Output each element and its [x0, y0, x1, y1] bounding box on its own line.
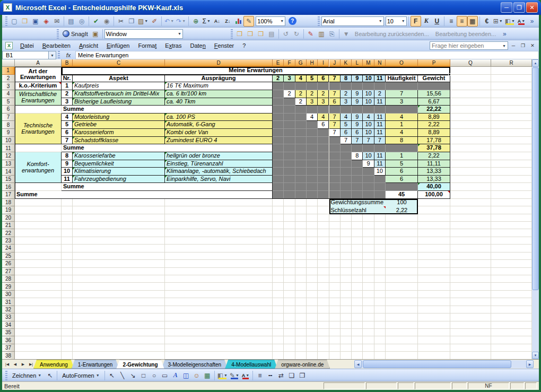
scroll-left-icon[interactable]: ◀: [354, 360, 362, 368]
col-header-B[interactable]: B: [62, 59, 73, 67]
cell-B16[interactable]: Summe: [62, 183, 273, 191]
row-header-35[interactable]: 35: [2, 329, 15, 336]
cell-D2[interactable]: Ausprägung: [165, 75, 273, 83]
cell-I4[interactable]: 2: [318, 90, 329, 98]
cell-D13[interactable]: Einstieg, Türenanzahl: [165, 160, 273, 168]
row-header-38[interactable]: 38: [2, 352, 15, 359]
sheet-tab-2-gewichtung[interactable]: 2-Gewichtung: [116, 360, 164, 369]
cell-H4[interactable]: 2: [307, 90, 318, 98]
select-arrow-icon[interactable]: ↖: [107, 370, 117, 381]
cell-A12[interactable]: Komfort-erwartungen: [15, 152, 62, 184]
cell-K4[interactable]: 2: [341, 90, 352, 98]
end-edit-button[interactable]: Bearbeitung beenden...: [432, 31, 499, 37]
col-header-E[interactable]: E: [273, 59, 284, 67]
horizontal-scroll-thumb[interactable]: [363, 360, 511, 368]
cell-E6[interactable]: [273, 106, 284, 114]
cell-J7[interactable]: 7: [329, 114, 341, 121]
cell-P6[interactable]: 22,22: [418, 106, 450, 114]
cell-G2[interactable]: 4: [295, 75, 307, 83]
cell-G14[interactable]: [295, 168, 307, 176]
cell-F7[interactable]: [284, 114, 295, 121]
menu-item-?[interactable]: ?: [238, 41, 250, 50]
row-header-12[interactable]: 12: [2, 152, 15, 160]
picture-icon[interactable]: ▦: [202, 370, 213, 381]
redo-review-icon[interactable]: ↻: [291, 29, 302, 39]
cell-H8[interactable]: [307, 121, 318, 129]
cell-E5[interactable]: [273, 98, 284, 106]
cell-J14[interactable]: [329, 168, 341, 176]
merge-center-icon[interactable]: ▦: [467, 16, 478, 27]
cell-H14[interactable]: [307, 168, 318, 176]
cell-L2[interactable]: 9: [352, 75, 363, 83]
cell-J19[interactable]: Schlüsselzahl: [329, 206, 386, 214]
cell-H9[interactable]: [307, 129, 318, 137]
cell-F5[interactable]: [284, 98, 295, 106]
cell-O18[interactable]: 100: [386, 199, 418, 206]
underline-icon[interactable]: U: [432, 16, 442, 27]
cell-J9[interactable]: 7: [329, 129, 341, 137]
cell-F4[interactable]: 2: [284, 90, 295, 98]
folder-save-icon[interactable]: ❒: [245, 29, 256, 39]
cell-E8[interactable]: [273, 121, 284, 129]
row-header-21[interactable]: 21: [2, 222, 15, 229]
cell-K16[interactable]: [341, 183, 352, 191]
cell-L8[interactable]: 9: [352, 121, 363, 129]
cell-C3[interactable]: Kaufpreis: [73, 82, 165, 90]
cell-P8[interactable]: 2,22: [418, 121, 450, 129]
row-header-9[interactable]: 9: [2, 129, 15, 137]
cell-N9[interactable]: 11: [374, 129, 386, 137]
diagram-icon[interactable]: ◫: [181, 370, 191, 381]
autoformen-menu[interactable]: AutoFormen▼: [59, 372, 102, 379]
cell-B15[interactable]: 11: [62, 176, 73, 184]
toolbar-options-icon[interactable]: »: [499, 29, 510, 39]
menu-item-ansicht[interactable]: Ansicht: [75, 41, 102, 50]
cell-J6[interactable]: [329, 106, 341, 114]
cell-O6[interactable]: [386, 106, 418, 114]
cell-P17[interactable]: 100,00: [418, 191, 450, 199]
cell-M16[interactable]: [363, 183, 374, 191]
toolbar-options-icon[interactable]: »: [527, 16, 537, 27]
cell-F9[interactable]: [284, 129, 295, 137]
cell-D7[interactable]: ca. 100 PS: [165, 114, 273, 121]
mail-icon[interactable]: ✉: [51, 16, 62, 27]
cell-N17[interactable]: [374, 191, 386, 199]
cell-N12[interactable]: 11: [374, 152, 386, 160]
scroll-right-icon[interactable]: ▶: [526, 360, 534, 368]
cell-M8[interactable]: 10: [363, 121, 374, 129]
cell-E7[interactable]: [273, 114, 284, 121]
cell-I10[interactable]: [318, 137, 329, 145]
cell-O5[interactable]: 3: [386, 98, 418, 106]
cell-N11[interactable]: [374, 144, 386, 152]
cell-O12[interactable]: 1: [386, 152, 418, 160]
toolbar-grip[interactable]: [5, 16, 7, 26]
formula-input[interactable]: Meine Erwartungen: [75, 51, 539, 59]
font-color-icon[interactable]: A▼: [516, 16, 527, 27]
cell-G13[interactable]: [295, 160, 307, 168]
cell-I8[interactable]: 6: [318, 121, 329, 129]
cell-E14[interactable]: [273, 168, 284, 176]
col-header-I[interactable]: I: [318, 59, 329, 67]
cell-M9[interactable]: 10: [363, 129, 374, 137]
col-header-G[interactable]: G: [295, 59, 307, 67]
paste-icon[interactable]: ▨▼: [137, 16, 149, 27]
cell-I11[interactable]: [318, 144, 329, 152]
row-header-7[interactable]: 7: [2, 114, 15, 121]
cell-N14[interactable]: 10: [374, 168, 386, 176]
cell-L9[interactable]: 6: [352, 129, 363, 137]
cell-K3[interactable]: [341, 82, 352, 90]
question-input[interactable]: Frage hier eingeben▼: [430, 41, 508, 50]
cell-I16[interactable]: [318, 183, 329, 191]
cell-L16[interactable]: [352, 183, 363, 191]
row-header-28[interactable]: 28: [2, 275, 15, 283]
cell-G17[interactable]: [295, 191, 307, 199]
cell-M5[interactable]: 10: [363, 98, 374, 106]
cell-E13[interactable]: [273, 160, 284, 168]
arrow-icon[interactable]: ↘: [128, 370, 138, 381]
col-header-J[interactable]: J: [329, 59, 341, 67]
col-header-M[interactable]: M: [363, 59, 374, 67]
cell-P7[interactable]: 8,89: [418, 114, 450, 121]
menu-item-format[interactable]: Format: [134, 41, 161, 50]
fill-handle[interactable]: [448, 73, 451, 76]
row-header-6[interactable]: 6: [2, 106, 15, 114]
cell-C12[interactable]: Karosseriefarbe: [73, 152, 165, 160]
